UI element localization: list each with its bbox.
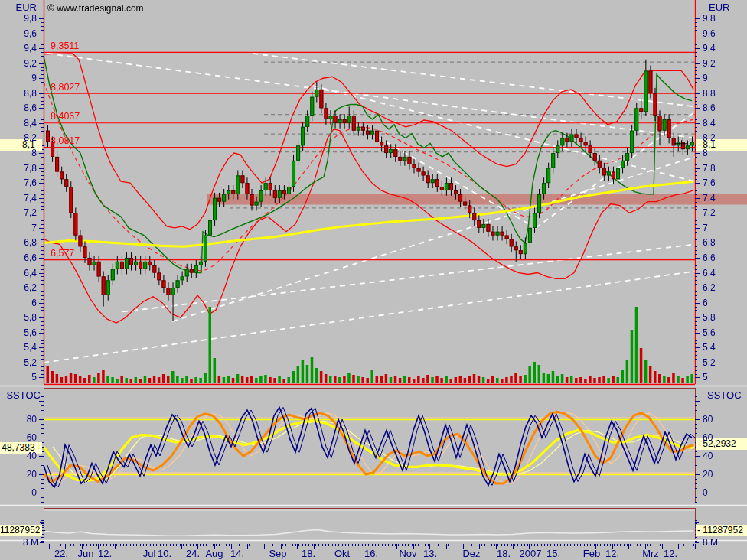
y-axis-tick-label: 5,2	[703, 357, 716, 368]
y-axis-tick-label: 8,2	[703, 132, 716, 143]
y-axis-tick-label: 5	[0, 372, 37, 383]
x-axis-label: Aug	[205, 548, 223, 559]
y-axis-tick-label: 5,8	[703, 312, 716, 323]
y-axis-tick-label: 9,4	[703, 43, 716, 54]
chart-canvas[interactable]	[0, 0, 747, 560]
x-axis-label: 10.	[158, 548, 171, 559]
sstoc-tick-label: 20	[0, 469, 37, 480]
y-axis-tick-label: 9,8	[703, 13, 716, 24]
y-axis-tick-label: 6,8	[0, 237, 37, 248]
y-axis-tick-label: 9	[703, 73, 708, 83]
y-axis-tick-label: 9,2	[0, 58, 37, 69]
y-axis-tick-label: 7	[0, 223, 37, 233]
y-axis-tick-label: 7,6	[703, 177, 716, 188]
y-axis-tick-label: 6	[0, 298, 37, 308]
sstoc-tick-label: 60	[703, 432, 713, 443]
sstoc-tick-label: 80	[703, 414, 713, 425]
sstoc-tick-label: 0	[703, 487, 708, 498]
y-axis-tick-label: 6,4	[0, 268, 37, 278]
sstoc-tick-label: 80	[0, 414, 37, 425]
y-axis-tick-label: 5,6	[0, 327, 37, 338]
price-line-label: 6,577	[51, 248, 74, 259]
x-axis-label: Jun	[78, 548, 94, 559]
x-axis-label: 15.	[546, 548, 560, 559]
x-axis-label: 14.	[230, 548, 244, 559]
x-axis-label: Jul	[143, 548, 156, 559]
y-axis-tick-label: 8	[703, 148, 708, 158]
sstoc-tick-label: 40	[703, 451, 713, 461]
y-axis-tick-label: 8,8	[703, 88, 716, 99]
copyright-text: © www.tradesignal.com	[47, 3, 144, 14]
sstoc-tick-label: 20	[703, 469, 713, 480]
y-axis-tick-label: 5,4	[0, 342, 37, 353]
x-axis-label: 12.	[98, 548, 112, 559]
y-axis-tick-label: 7,2	[0, 207, 37, 218]
y-axis-tick-label: 9,8	[0, 13, 37, 24]
x-axis-label: 22.	[54, 548, 68, 559]
x-axis-label: 12.	[664, 548, 677, 559]
y-axis-tick-label: 7	[703, 223, 708, 233]
x-axis-label: 2007	[520, 548, 542, 559]
y-axis-tick-label: 8,4	[0, 118, 37, 129]
x-axis-label: 18.	[497, 548, 511, 559]
x-axis-label: Feb	[583, 548, 600, 559]
tradesignal-chart-window: © www.tradesignal.com EUR EUR SSTOC SSTO…	[0, 0, 747, 560]
sstoc-panel-label-right: SSTOC	[707, 390, 742, 401]
y-axis-tick-label: 5	[703, 372, 708, 383]
y-axis-tick-label: 9,2	[703, 58, 716, 69]
volume-value-box-left: 11287952	[0, 525, 42, 536]
y-axis-tick-label: 7,2	[703, 207, 716, 218]
y-axis-tick-label: 6,6	[0, 252, 37, 263]
sstoc-tick-label: 0	[0, 487, 37, 498]
x-axis-label: Okt	[334, 548, 350, 559]
y-axis-tick-label: 6,4	[703, 268, 716, 278]
x-axis-label: 16.	[364, 548, 378, 559]
y-axis-tick-label: 5,8	[0, 312, 37, 323]
y-axis-tick-label: 6	[703, 298, 708, 308]
x-axis-label: 24.	[186, 548, 200, 559]
x-axis-label: 12.	[605, 548, 619, 559]
y-axis-tick-label: 6,2	[703, 282, 716, 293]
y-axis-tick-label: 9,4	[0, 43, 37, 54]
y-axis-tick-label: 7,4	[703, 193, 716, 203]
y-axis-tick-label: 5,4	[703, 342, 716, 353]
sstoc-tick-label: 40	[0, 451, 37, 461]
y-axis-tick-label: 9	[0, 73, 37, 83]
y-axis-tick-label: 7,4	[0, 193, 37, 203]
y-axis-tick-label: 8,2	[0, 132, 37, 143]
price-line-label: 8,4067	[51, 111, 80, 122]
price-line-label: 8,8027	[51, 82, 80, 93]
x-axis-label: 18.	[302, 548, 315, 559]
x-axis-label: 13.	[423, 548, 437, 559]
sstoc-tick-label: 60	[0, 432, 37, 443]
y-axis-tick-label: 8,6	[703, 103, 716, 113]
y-axis-tick-label: 5,6	[703, 327, 716, 338]
y-axis-tick-label: 6,8	[703, 237, 716, 248]
y-axis-tick-label: 9,6	[0, 28, 37, 39]
unit-label-left: EUR	[0, 2, 37, 13]
x-axis-label: Sep	[269, 548, 286, 559]
y-axis-tick-label: 8,8	[0, 88, 37, 99]
y-axis-tick-label: 7,8	[0, 163, 37, 174]
x-axis-label: Nov	[399, 548, 416, 559]
x-axis-label: Mrz	[642, 548, 659, 559]
y-axis-tick-label: 8,4	[703, 118, 716, 129]
price-line-label: 8,0817	[51, 135, 80, 146]
price-line-label: 9,3511	[51, 41, 79, 51]
y-axis-tick-label: 6,6	[703, 252, 716, 263]
volume-scale-label-right: 8 M	[703, 537, 718, 548]
volume-scale-label-left: 8 M	[0, 537, 38, 548]
y-axis-tick-label: 7,8	[703, 163, 716, 174]
sstoc-panel-label-left: SSTOC	[0, 390, 41, 401]
y-axis-tick-label: 9,6	[703, 28, 716, 39]
y-axis-tick-label: 6,2	[0, 282, 37, 293]
volume-value-box-right: 11287952	[696, 525, 747, 536]
y-axis-tick-label: 8,6	[0, 103, 37, 113]
y-axis-tick-label: 5,2	[0, 357, 37, 368]
y-axis-tick-label: 8	[0, 148, 37, 158]
x-axis-label: Dez	[462, 548, 480, 559]
unit-label-right: EUR	[709, 2, 729, 13]
y-axis-tick-label: 7,6	[0, 177, 37, 188]
